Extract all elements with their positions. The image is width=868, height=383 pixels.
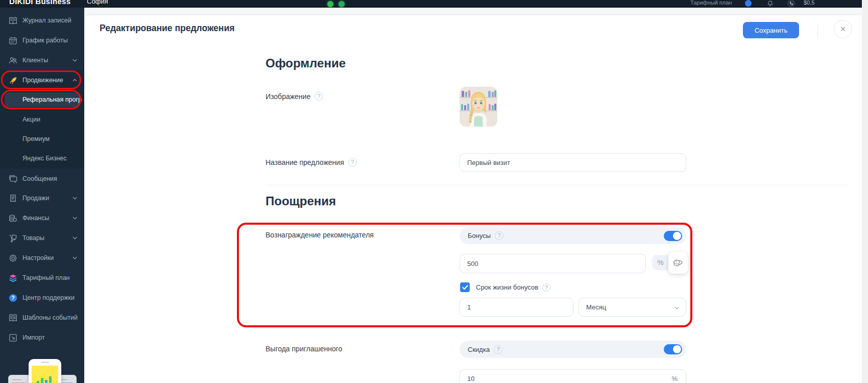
header-divider (817, 23, 818, 37)
referee-amount-input[interactable] (467, 375, 671, 382)
balance-label[interactable]: $0,5 (804, 0, 814, 6)
referee-benefit-label-text: Выгода приглашенного (266, 345, 342, 353)
chevron-down-icon (73, 236, 77, 240)
sidebar-item-label: Яндекс Бизнес (22, 155, 67, 162)
sidebar-item-journal[interactable]: Журнал записей (0, 13, 84, 28)
image-label: Изображение (266, 92, 310, 101)
referrer-amount-input[interactable] (460, 254, 646, 273)
help-icon[interactable]: ? (495, 231, 503, 240)
offer-name-label-row: Название предложения ? (266, 158, 357, 166)
sidebar-item-finance[interactable]: Финансы (0, 210, 84, 226)
sidebar-item-label: Премиум (22, 135, 50, 142)
referrer-reward-label-text: Вознаграждение рекомендателя (266, 231, 374, 239)
phone-icon[interactable] (787, 0, 795, 7)
section-title-design: Оформление (266, 56, 346, 70)
sidebar-item-label: Тарифный план (22, 274, 70, 281)
journal-icon (8, 15, 18, 26)
scrollbar-track[interactable] (862, 0, 868, 383)
referrer-reward-toggle[interactable] (664, 231, 682, 241)
sidebar-item-label: Клиенты (22, 57, 48, 64)
save-button[interactable]: Сохранить (743, 22, 799, 38)
chevron-down-icon (73, 59, 77, 62)
help-icon[interactable]: ? (494, 345, 502, 354)
sidebar-item-promotion[interactable]: Продвижение (0, 73, 84, 88)
sidebar-item-label: Сообщения (22, 175, 57, 182)
sidebar-item-schedule[interactable]: График работы (0, 33, 84, 48)
sidebar-item-referral-program[interactable]: Реферальная прогр (0, 92, 84, 107)
page-title: Редактирование предложения (100, 23, 234, 34)
sidebar-item-support-center[interactable]: ? Центр поддержки (0, 290, 84, 305)
sidebar-item-label: Центр поддержки (22, 294, 75, 301)
sidebar-item-label: Продвижение (22, 77, 63, 84)
phone-illustration-center (29, 359, 61, 383)
bell-icon[interactable] (767, 0, 774, 7)
avatar[interactable] (745, 0, 752, 7)
bonus-unit-button[interactable] (668, 252, 688, 274)
chevron-down-icon (73, 217, 77, 220)
tariff-link[interactable]: Тарифный план (690, 0, 732, 6)
finance-icon (8, 213, 18, 223)
sidebar-item-settings[interactable]: Настройки (0, 250, 84, 266)
referee-benefit-type-bar: Скидка ? (460, 341, 686, 358)
import-icon (8, 332, 18, 343)
help-icon[interactable]: ? (315, 92, 323, 101)
close-button[interactable]: ✕ (834, 20, 852, 38)
chevron-down-icon (73, 197, 77, 200)
sidebar-item-goods[interactable]: Товары (0, 230, 84, 246)
toggle-knob (673, 232, 681, 240)
offer-name-label: Название предложения (266, 158, 344, 166)
sidebar-item-label: Акции (22, 116, 40, 123)
referee-benefit-label: Выгода приглашенного (266, 345, 342, 353)
help-icon[interactable]: ? (542, 283, 550, 292)
sidebar-item-messages[interactable]: Сообщения (0, 171, 84, 186)
sidebar-item-clients[interactable]: Клиенты (0, 53, 84, 68)
percent-suffix: % (671, 375, 678, 382)
chevron-down-icon (73, 256, 77, 259)
sidebar-item-import[interactable]: Импорт (0, 330, 84, 345)
location-selector[interactable]: София (87, 0, 108, 5)
toggle-knob (673, 345, 681, 353)
sidebar-item-premium[interactable]: Премиум (0, 131, 84, 147)
status-dot-icon (339, 1, 345, 7)
bonus-lifetime-unit-select[interactable]: Месяц (578, 298, 686, 317)
sidebar-item-sales[interactable]: Продажи (0, 190, 84, 206)
section-title-rewards: Поощрения (266, 194, 336, 208)
referee-amount-field: % (460, 369, 686, 383)
sidebar-item-event-templates[interactable]: Шаблоны событий (0, 310, 84, 325)
app-screen: DIKIDI Business София Тарифный план $0,5… (0, 0, 868, 383)
sidebar-item-tariff-plan[interactable]: Тарифный план (0, 270, 84, 285)
support-question-icon: ? (8, 293, 18, 303)
clients-icon (8, 55, 18, 65)
bonus-lifetime-value-input[interactable] (460, 298, 573, 317)
referrer-reward-type-bar: Бонусы ? (460, 227, 686, 244)
sidebar-item-promotions[interactable]: Акции (0, 112, 84, 127)
coins-icon (672, 258, 684, 268)
chevron-down-icon (674, 306, 679, 309)
sidebar-item-label: Товары (22, 234, 44, 242)
referee-benefit-toggle[interactable] (664, 344, 682, 354)
sidebar-item-label: График работы (22, 37, 68, 44)
bonus-lifetime-checkbox[interactable] (460, 282, 470, 292)
svg-text:?: ? (11, 295, 14, 301)
gear-icon (8, 253, 18, 263)
help-icon[interactable]: ? (348, 158, 357, 166)
select-value: Месяц (586, 303, 606, 311)
calendar-icon (8, 35, 18, 45)
sales-icon (8, 193, 18, 203)
app-logo[interactable]: DIKIDI Business (9, 0, 70, 6)
offer-name-input[interactable] (460, 153, 686, 172)
offer-image[interactable] (460, 87, 497, 127)
sidebar-item-yandex-business[interactable]: Яндекс Бизнес (0, 151, 84, 166)
percent-unit-button[interactable]: % (652, 255, 669, 270)
sidebar-item-label: Шаблоны событий (22, 314, 78, 321)
image-label-row: Изображение ? (266, 92, 323, 101)
goods-icon (8, 233, 18, 243)
sidebar-item-label: Реферальная прогр (22, 96, 82, 103)
sidebar-item-label: Журнал записей (22, 17, 71, 24)
bonus-lifetime-label-row: Срок жизни бонусов ? (476, 282, 550, 292)
topbar: DIKIDI Business София Тарифный план $0,5 (0, 0, 868, 8)
sidebar-item-label: Настройки (22, 254, 54, 261)
benefit-type-label: Скидка (468, 346, 490, 353)
close-icon: ✕ (840, 25, 847, 33)
edit-offer-panel (84, 15, 862, 383)
